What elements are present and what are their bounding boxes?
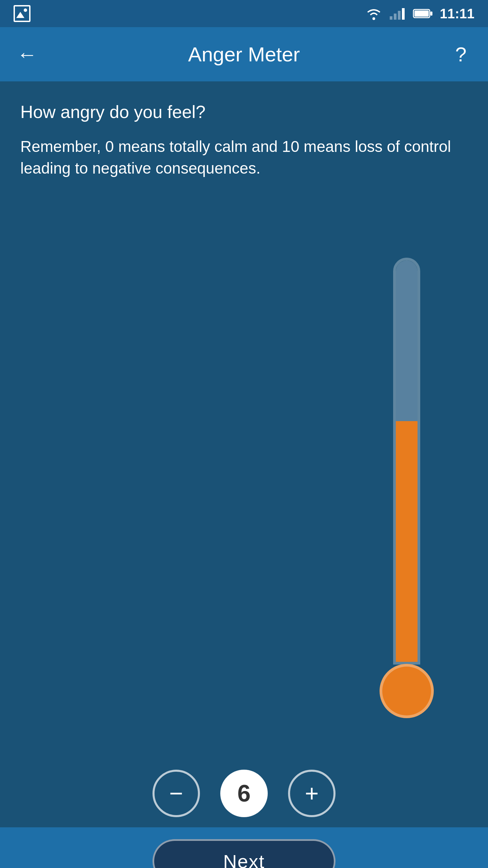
status-time: 11:11 [440,6,474,21]
svg-rect-6 [430,12,432,16]
status-bar-right: 11:11 [365,6,474,21]
wifi-icon [365,7,382,20]
svg-rect-4 [402,8,405,20]
help-icon: ? [455,43,466,66]
svg-point-0 [372,17,375,20]
thermometer-fill [396,421,418,662]
app-bar: ← Anger Meter ? [0,27,488,81]
increment-button[interactable]: + [288,770,336,817]
back-button[interactable]: ← [14,41,41,68]
svg-rect-3 [398,11,401,20]
main-content: How angry do you feel? Remember, 0 means… [0,81,488,760]
signal-icon [389,7,406,20]
bottom-bar: Next [0,827,488,868]
thermometer [380,258,434,732]
counter-value-text: 6 [238,780,251,807]
svg-rect-1 [390,16,392,20]
svg-rect-2 [394,14,396,20]
thermometer-bulb [380,664,434,718]
next-label: Next [223,850,265,868]
app-title: Anger Meter [41,43,447,66]
thermometer-container [373,102,441,760]
counter-value-display: 6 [220,770,268,817]
back-arrow-icon: ← [17,43,37,66]
status-bar: 11:11 [0,0,488,27]
svg-rect-7 [414,11,429,17]
status-bar-left [14,5,30,22]
decrement-button[interactable]: − [152,770,200,817]
gallery-icon [14,5,30,22]
help-button[interactable]: ? [447,41,474,68]
counter-section: − 6 + [0,760,488,827]
increment-icon: + [305,780,319,807]
battery-icon [413,7,433,20]
next-button[interactable]: Next [152,839,336,868]
thermometer-tube [393,258,420,665]
decrement-icon: − [169,780,183,807]
